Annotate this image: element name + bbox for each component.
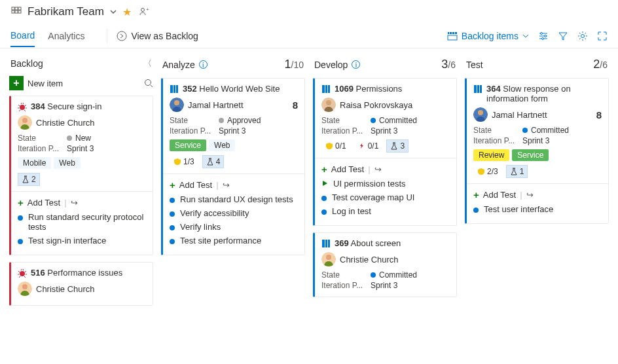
work-item-card[interactable]: 352 Hello World Web Site Jamal Hartnett …: [161, 78, 305, 255]
avatar: [321, 98, 336, 112]
test-item[interactable]: Verify links: [170, 222, 298, 232]
collapse-icon[interactable]: 〈: [143, 58, 152, 69]
bug-badge[interactable]: 0/1: [354, 139, 383, 153]
test-item[interactable]: Test coverage map UI: [321, 192, 450, 202]
tag[interactable]: Review: [473, 149, 509, 161]
info-icon[interactable]: i: [199, 60, 208, 69]
pbi-icon: [321, 84, 331, 94]
search-icon[interactable]: [144, 79, 153, 88]
svg-rect-5: [18, 10, 21, 13]
work-item-card[interactable]: 516 Performance issues Christie Church: [9, 262, 153, 306]
link-icon[interactable]: ↪: [526, 190, 534, 200]
test-item[interactable]: UI permission tests: [321, 179, 450, 189]
info-icon[interactable]: i: [352, 60, 360, 69]
new-item-button[interactable]: + New item: [9, 76, 63, 90]
column-develop: Developi 3/6 1069 Permissions Raisa Pokr…: [313, 55, 457, 312]
assignee[interactable]: Jamal Hartnett 8: [170, 98, 298, 112]
work-item-card[interactable]: 1069 Permissions Raisa Pokrovskaya State…: [313, 78, 457, 226]
link-icon[interactable]: ↪: [71, 198, 78, 208]
pbi-icon: [321, 239, 331, 248]
settings-sliders-icon[interactable]: [538, 31, 549, 41]
chevron-down-icon[interactable]: [109, 8, 117, 16]
svg-rect-27: [176, 85, 178, 93]
add-test-button[interactable]: +Add Test|↪: [473, 189, 602, 200]
work-item-card[interactable]: 364 Slow response on information form Ja…: [465, 78, 609, 224]
tag[interactable]: Mobile: [18, 157, 51, 169]
test-item[interactable]: Test site performance: [170, 236, 298, 246]
svg-rect-30: [322, 85, 325, 93]
svg-rect-3: [12, 10, 14, 13]
test-item[interactable]: Test user interface: [473, 204, 602, 214]
task-badge[interactable]: 1/3: [170, 155, 198, 168]
tag[interactable]: Web: [209, 139, 235, 151]
pbi-icon: [170, 84, 179, 94]
add-test-button[interactable]: +Add Test|↪: [18, 197, 146, 208]
test-count-badge[interactable]: 4: [202, 155, 225, 168]
svg-rect-10: [450, 32, 452, 34]
kanban-board: Backlog 〈 + New item 384 Secure sign-in …: [0, 48, 618, 319]
backlog-items-dropdown[interactable]: Backlog items: [447, 31, 529, 41]
tab-board[interactable]: Board: [10, 25, 35, 47]
svg-rect-32: [328, 85, 330, 93]
task-badge[interactable]: 0/1: [321, 139, 350, 153]
svg-rect-12: [455, 32, 457, 34]
test-item[interactable]: Run standard security protocol tests: [18, 212, 146, 232]
svg-rect-35: [322, 240, 325, 247]
link-icon[interactable]: ↪: [223, 180, 230, 190]
svg-point-16: [542, 37, 544, 39]
svg-point-21: [22, 118, 27, 123]
work-item-card[interactable]: 384 Secure sign-in Christie Church State…: [9, 96, 153, 255]
page-header: Fabrikam Team ★ +: [0, 0, 618, 24]
svg-point-8: [117, 31, 126, 41]
svg-point-22: [20, 271, 25, 276]
svg-rect-40: [474, 85, 477, 93]
tag[interactable]: Service: [170, 139, 206, 151]
assignee[interactable]: Raisa Pokrovskaya: [321, 98, 450, 112]
svg-rect-37: [328, 240, 330, 247]
assignee[interactable]: Jamal Hartnett 8: [473, 107, 602, 122]
pbi-icon: [473, 84, 482, 94]
svg-rect-31: [325, 85, 327, 93]
svg-point-34: [326, 100, 331, 105]
people-icon[interactable]: +: [139, 7, 150, 17]
svg-point-19: [20, 105, 25, 110]
filter-icon[interactable]: [558, 31, 568, 41]
avatar: [473, 107, 488, 122]
bug-icon: [18, 268, 27, 278]
avatar: [170, 98, 184, 112]
tag[interactable]: Service: [512, 149, 549, 161]
svg-point-29: [174, 100, 179, 105]
arrow-right-icon: [117, 31, 127, 41]
add-test-button[interactable]: +Add Test|↪: [321, 164, 450, 175]
link-icon[interactable]: ↪: [374, 164, 382, 174]
svg-rect-9: [448, 32, 449, 34]
tag[interactable]: Web: [54, 157, 80, 169]
test-item[interactable]: Log in test: [321, 206, 450, 216]
work-item-card[interactable]: 369 About screen Christie Church StateCo…: [313, 232, 457, 297]
svg-rect-11: [452, 32, 454, 34]
team-name[interactable]: Fabrikam Team: [27, 5, 104, 18]
task-badge[interactable]: 2/3: [473, 165, 502, 178]
test-item[interactable]: Run standard UX design tests: [170, 194, 298, 204]
fullscreen-icon[interactable]: [597, 31, 608, 41]
new-item-row: + New item: [9, 76, 153, 90]
add-test-button[interactable]: +Add Test|↪: [170, 179, 298, 191]
column-header: Analyzei 1/10: [161, 55, 305, 78]
column-header: Test 2/6: [465, 55, 609, 78]
star-icon[interactable]: ★: [122, 6, 132, 18]
svg-point-15: [545, 35, 547, 37]
test-item[interactable]: Verify accessibility: [170, 208, 298, 218]
view-as-backlog-button[interactable]: View as Backlog: [117, 31, 198, 41]
test-count-badge[interactable]: 3: [386, 139, 409, 153]
gear-icon[interactable]: [577, 31, 588, 41]
column-title: Backlog: [10, 58, 43, 69]
test-count-badge[interactable]: 2: [18, 173, 40, 186]
test-item[interactable]: Test sign-in interface: [18, 236, 146, 246]
test-count-badge[interactable]: 1: [506, 165, 528, 178]
column-analyze: Analyzei 1/10 352 Hello World Web Site J…: [161, 55, 305, 312]
avatar: [18, 282, 32, 296]
assignee[interactable]: Christie Church: [18, 115, 146, 130]
tab-analytics[interactable]: Analytics: [48, 26, 84, 46]
assignee[interactable]: Christie Church: [18, 282, 146, 296]
assignee[interactable]: Christie Church: [321, 252, 450, 266]
